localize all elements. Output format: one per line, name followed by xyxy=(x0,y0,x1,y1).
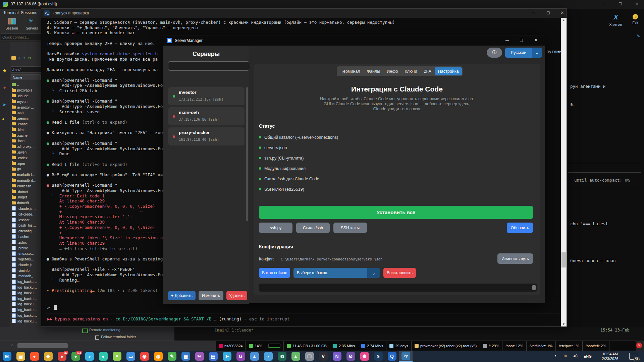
taskbar-icon-app-teal[interactable]: ● xyxy=(96,351,110,362)
scrollbar-thumb[interactable] xyxy=(561,252,566,267)
file-row[interactable]: go xyxy=(11,166,41,172)
sm-output-scroll-thumb[interactable] xyxy=(532,285,536,290)
file-row[interactable]: dotnet9 xyxy=(11,200,41,206)
tab-Инфо[interactable]: Инфо xyxy=(383,67,401,75)
install-ssh.py-button[interactable]: ssh.py xyxy=(259,223,292,233)
files-column-header[interactable]: Name xyxy=(11,74,41,80)
backup-now-button[interactable]: Бэкап сейчас xyxy=(259,268,290,278)
terminal-minimize-icon[interactable]: — xyxy=(532,10,535,14)
quick-connect-input[interactable] xyxy=(1,34,43,41)
file-row[interactable]: .cli-proxy… xyxy=(11,144,41,149)
taskbar-icon-photos[interactable]: ▲ xyxy=(248,351,261,362)
server-card[interactable]: proxy-checker161.97.118.40 [ssh] xyxy=(168,127,245,145)
terminal-maximize-icon[interactable]: ▢ xyxy=(546,10,550,15)
info-button[interactable]: ⓘ xyxy=(487,48,502,58)
upload-icon[interactable]: ⇡ xyxy=(23,56,26,60)
file-row[interactable]: .kimi xyxy=(11,127,41,132)
tray-notifications-icon[interactable]: 32 xyxy=(629,353,637,360)
file-row[interactable]: mariadb-i… xyxy=(11,172,41,178)
tab-Настройка[interactable]: Настройка xyxy=(435,67,462,75)
taskbar-icon-powershell[interactable]: ≥ xyxy=(371,351,385,362)
server-card[interactable]: investor173.212.212.157 [ssh] xyxy=(168,87,245,105)
file-row[interactable]: .local xyxy=(11,138,41,144)
delete-server-button[interactable]: Удалить xyxy=(226,291,247,300)
file-row[interactable]: .bashrc xyxy=(11,234,41,240)
taskbar-icon-brave[interactable]: ● xyxy=(28,351,41,362)
file-row[interactable]: .ssh xyxy=(11,110,41,116)
file-row[interactable]: mariadb-d… xyxy=(11,178,41,183)
file-row[interactable]: .lesshst xyxy=(11,217,41,223)
taskbar-icon-start[interactable]: ⊞ xyxy=(0,351,14,362)
file-row[interactable]: log_backu… xyxy=(11,296,41,301)
file-row[interactable]: .claude.js… xyxy=(11,206,41,212)
server-card[interactable]: main-ovh37.187.136.86 [ssh] xyxy=(168,107,245,125)
restore-button[interactable]: Восстановить xyxy=(383,268,416,278)
language-dropdown[interactable]: Русский ⌄ xyxy=(505,48,542,58)
file-row[interactable]: .gitconfig xyxy=(11,228,41,234)
tray-volume-icon[interactable]: ◄) xyxy=(572,354,578,358)
menu-sessions[interactable]: Sessions xyxy=(21,10,37,15)
path-input[interactable] xyxy=(11,66,41,73)
tools-icon[interactable]: ● xyxy=(2,117,4,121)
remote-monitoring-label[interactable]: Remote monitoring xyxy=(89,328,120,332)
refresh-icon[interactable]: ↻ xyxy=(28,56,31,60)
taskbar-icon-docs-book[interactable]: ▤ xyxy=(206,351,220,362)
file-row[interactable]: .zshrc xyxy=(11,239,41,245)
taskbar-icon-app-blue-window[interactable]: ▦ xyxy=(179,351,193,362)
tray-chevron-icon[interactable]: ∧ xyxy=(554,354,557,358)
exit-button[interactable]: ➜ Exit xyxy=(628,13,643,25)
file-row[interactable]: .viminfo xyxy=(11,267,41,273)
taskbar-icon-browser-profile-2[interactable]: ●715 xyxy=(69,351,83,362)
taskbar-icon-anydesk[interactable]: ◉ xyxy=(138,351,151,362)
file-row[interactable]: log_backu… xyxy=(11,279,41,285)
file-row[interactable]: proxyapis xyxy=(11,87,41,93)
maximize-icon[interactable]: ▢ xyxy=(619,1,622,6)
file-row[interactable]: .tmux.co… xyxy=(11,251,41,256)
scroll-left-icon[interactable]: ‹ xyxy=(11,343,13,348)
taskbar-icon-remote-desktop[interactable]: ▭ xyxy=(124,351,138,362)
macros-icon[interactable]: ✦ xyxy=(3,85,7,90)
taskbar-icon-design-tool[interactable]: ✂ xyxy=(193,351,206,362)
file-row[interactable]: myvpn xyxy=(11,99,41,104)
taskbar-icon-v-app[interactable]: V xyxy=(316,351,330,362)
tray-clock[interactable]: 10:54 AM 2/23/2026 xyxy=(596,352,624,361)
taskbar-icon-figma[interactable]: ❋ xyxy=(358,351,371,362)
sftp-icon[interactable]: ➤ xyxy=(2,102,6,107)
taskbar-icon-browser-profile-1[interactable]: ●20 xyxy=(55,351,69,362)
sm-minimize-icon[interactable]: — xyxy=(505,38,509,42)
tab-Терминал[interactable]: Терминал xyxy=(337,67,364,75)
taskbar-icon-hs-app[interactable]: HS xyxy=(275,351,289,362)
file-row[interactable]: .gemini xyxy=(11,116,41,121)
taskbar-icon-explorer[interactable]: ▣ xyxy=(14,351,28,362)
servermanager-titlebar[interactable]: ServerManager — ▢ ✕ xyxy=(163,36,545,46)
edit-float-icon[interactable]: ✎ xyxy=(637,34,640,39)
file-row[interactable]: log_backu… xyxy=(11,307,41,313)
change-path-button[interactable]: Изменить путь xyxy=(497,253,533,264)
prompt-row[interactable]: > xyxy=(47,305,57,310)
taskbar-icon-notion[interactable]: N xyxy=(330,351,344,362)
file-row[interactable]: log_backu… xyxy=(11,301,41,307)
file-row[interactable]: .qwen xyxy=(11,149,41,155)
taskbar-icon-firefox[interactable]: ◍ xyxy=(151,351,165,362)
file-row[interactable]: .nuget xyxy=(11,194,41,200)
server-search-input[interactable] xyxy=(168,61,249,71)
taskbar-icon-notepad[interactable]: ≡ xyxy=(110,351,124,362)
file-row[interactable]: .. xyxy=(11,82,41,87)
file-row[interactable]: .wget-hs… xyxy=(11,256,41,262)
file-row[interactable]: log_backu… xyxy=(11,313,41,318)
scrollbar-up-icon[interactable]: ▲ xyxy=(562,18,565,22)
install-Скилл /ssh-button[interactable]: Скилл /ssh xyxy=(296,223,330,233)
taskbar-icon-g-app[interactable]: G xyxy=(234,351,248,362)
tab-2FA[interactable]: 2FA xyxy=(421,67,435,75)
file-row[interactable]: .cache xyxy=(11,132,41,138)
file-row[interactable]: .claude.js… xyxy=(11,262,41,268)
xserver-button[interactable]: X X server xyxy=(606,13,626,27)
sm-output-field[interactable] xyxy=(259,284,537,292)
install-SSH-ключ-button[interactable]: SSH-ключ xyxy=(333,223,367,233)
follow-folder-label[interactable]: Follow terminal folder xyxy=(101,335,136,339)
taskbar-icon-quick-tile[interactable]: Q xyxy=(385,351,399,362)
file-row[interactable]: log_backu… xyxy=(11,285,41,290)
minimize-icon[interactable]: — xyxy=(602,1,606,5)
file-row[interactable]: .bash_his… xyxy=(11,223,41,228)
file-row[interactable]: .mariadb_… xyxy=(11,273,41,279)
